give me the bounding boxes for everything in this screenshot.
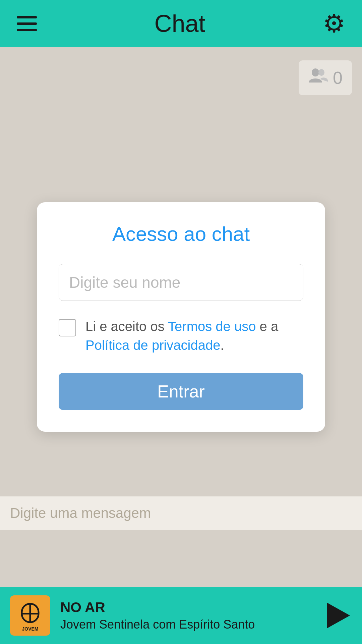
chat-area: 0 Acesso ao chat Li e aceito os Termos d… [0, 47, 362, 587]
player-logo: JOVEM [10, 595, 50, 636]
terms-row: Li e aceito os Termos de uso e a Polític… [59, 317, 303, 355]
enter-button[interactable]: Entrar [59, 373, 303, 410]
play-button[interactable] [322, 600, 352, 631]
play-icon [327, 603, 350, 628]
message-input-bar[interactable]: Digite uma mensagem [0, 496, 362, 530]
name-input[interactable] [59, 264, 303, 301]
chat-access-modal: Acesso ao chat Li e aceito os Termos de … [37, 202, 325, 432]
terms-checkbox[interactable] [59, 319, 76, 336]
settings-button[interactable]: ⚙ [323, 11, 345, 36]
app-header: Chat ⚙ [0, 0, 362, 47]
modal-title: Acesso ao chat [59, 222, 303, 246]
privacy-policy-link[interactable]: Política de privacidade [85, 338, 220, 353]
page-title: Chat [154, 10, 205, 37]
terms-text: Li e aceito os Termos de uso e a Polític… [85, 317, 303, 355]
station-logo-svg: JOVEM [12, 597, 49, 634]
hamburger-menu-button[interactable] [17, 16, 37, 31]
show-name: Jovem Sentinela com Espírito Santo [60, 618, 312, 632]
message-input-placeholder: Digite uma mensagem [10, 505, 151, 521]
on-air-label: NO AR [60, 599, 312, 615]
svg-text:JOVEM: JOVEM [22, 626, 38, 632]
player-bar: JOVEM NO AR Jovem Sentinela com Espírito… [0, 587, 362, 644]
player-info: NO AR Jovem Sentinela com Espírito Santo [60, 599, 312, 632]
terms-of-use-link[interactable]: Termos de uso [168, 319, 256, 334]
